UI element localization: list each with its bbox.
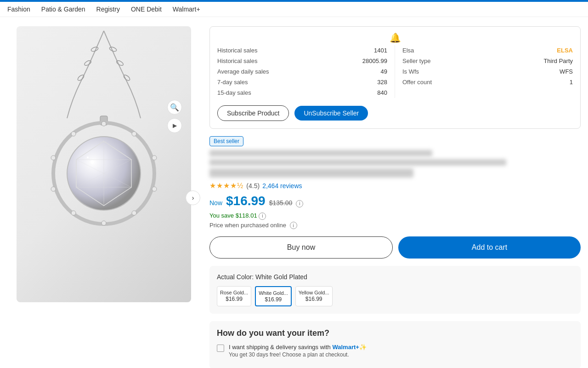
- stat-avg-value: 49: [381, 68, 387, 75]
- delivery-title: How do you want your item?: [217, 328, 573, 338]
- svg-point-26: [87, 156, 89, 158]
- delivery-subtext: You get 30 days free! Choose a plan at c…: [229, 351, 367, 358]
- price-now-label: Now: [209, 199, 222, 207]
- delivery-text: I want shipping & delivery savings with …: [229, 344, 367, 351]
- color-option-white[interactable]: White Gold... $16.99: [255, 286, 292, 306]
- svg-point-3: [109, 46, 117, 52]
- svg-point-15: [51, 187, 56, 191]
- unsubscribe-seller-button[interactable]: UnSubscribe Seller: [294, 106, 368, 121]
- pwpo-info-icon[interactable]: i: [290, 222, 297, 229]
- color-label: Actual Color: White Gold Plated: [217, 273, 573, 281]
- savings-info-icon[interactable]: i: [259, 213, 266, 220]
- stat-seller-type-value: Third Party: [543, 58, 573, 64]
- nav-bar: Fashion Patio & Garden Registry ONE Debi…: [0, 2, 588, 17]
- svg-point-13: [102, 221, 106, 225]
- savings-label: You save: [209, 212, 234, 219]
- buy-now-button[interactable]: Buy now: [209, 236, 393, 259]
- svg-point-11: [152, 187, 157, 191]
- svg-point-4: [116, 60, 124, 67]
- svg-point-2: [77, 74, 85, 81]
- stat-offer-label: Offer count: [402, 79, 432, 86]
- price-row: Now $16.99 $135.00 i: [209, 194, 581, 208]
- nav-item-fashion[interactable]: Fashion: [7, 6, 30, 13]
- stat-hist1-value: 1401: [374, 47, 387, 54]
- stat-row-15day: 15-day sales 840: [217, 87, 387, 98]
- price-info-icon[interactable]: i: [296, 200, 303, 207]
- content-area: 🔔 Historical sales 1401 Historical sales…: [209, 26, 581, 368]
- stat-hist2-label: Historical sales: [217, 58, 257, 64]
- stat-elsa-label: Elsa: [402, 47, 414, 54]
- color-rose-name: Rose Gold...: [220, 289, 248, 296]
- delivery-section: How do you want your item? I want shippi…: [209, 321, 581, 368]
- zoom-button[interactable]: 🔍: [167, 100, 182, 115]
- stat-row-avg: Average daily sales 49: [217, 66, 387, 77]
- savings-row: You save $118.01 i: [209, 212, 581, 220]
- stat-row-offer: Offer count 1: [402, 77, 573, 87]
- color-label-text: Actual Color:: [217, 273, 254, 281]
- svg-point-0: [90, 46, 99, 52]
- stat-row-hist2: Historical sales 28005.99: [217, 56, 387, 66]
- stat-row-seller-type: Seller type Third Party: [402, 56, 573, 66]
- svg-point-14: [71, 211, 76, 215]
- svg-point-5: [123, 74, 130, 81]
- svg-point-8: [102, 121, 106, 126]
- buy-buttons: Buy now Add to cart: [209, 236, 581, 259]
- stat-hist2-value: 28005.99: [362, 58, 387, 64]
- color-options: Rose Gold... $16.99 White Gold... $16.99…: [217, 286, 573, 306]
- color-white-price: $16.99: [259, 296, 288, 303]
- svg-point-25: [90, 160, 94, 164]
- stat-7day-label: 7-day sales: [217, 79, 248, 86]
- stats-card: 🔔 Historical sales 1401 Historical sales…: [209, 26, 581, 129]
- price-original: $135.00: [269, 199, 293, 207]
- stat-wfs-label: Is Wfs: [402, 68, 419, 75]
- reviews-link[interactable]: 2,464 reviews: [262, 182, 302, 190]
- star-icons: ★★★★½: [209, 181, 243, 190]
- nav-item-patio[interactable]: Patio & Garden: [41, 6, 85, 13]
- delivery-option: I want shipping & delivery savings with …: [217, 344, 573, 358]
- stat-15day-label: 15-day sales: [217, 89, 251, 96]
- stat-row-7day: 7-day sales 328: [217, 77, 387, 87]
- bell-icon: 🔔: [390, 32, 401, 43]
- color-yellow-price: $16.99: [299, 296, 329, 302]
- best-seller-badge: Best seller: [209, 136, 243, 146]
- color-yellow-name: Yellow Gold...: [299, 289, 329, 296]
- color-rose-price: $16.99: [220, 296, 248, 302]
- walmart-plus-label: Walmart+✨: [332, 344, 366, 351]
- product-image: [17, 26, 191, 302]
- stats-right: Elsa ELSA Seller type Third Party Is Wfs…: [395, 45, 573, 98]
- next-image-button[interactable]: ›: [186, 190, 200, 205]
- play-button[interactable]: ▶: [167, 118, 182, 133]
- stat-7day-value: 328: [377, 79, 387, 86]
- color-selected-text: White Gold Plated: [255, 273, 307, 281]
- svg-point-17: [71, 132, 76, 136]
- stat-avg-label: Average daily sales: [217, 68, 269, 75]
- stat-seller-type-label: Seller type: [402, 58, 430, 64]
- shipping-checkbox[interactable]: [217, 345, 224, 352]
- blurred-title-2: [209, 159, 506, 166]
- color-white-name: White Gold...: [259, 290, 288, 296]
- svg-point-16: [51, 155, 56, 160]
- svg-point-12: [132, 211, 136, 215]
- nav-item-registry[interactable]: Registry: [96, 6, 120, 13]
- add-to-cart-button[interactable]: Add to cart: [398, 236, 581, 259]
- nav-item-one-debit[interactable]: ONE Debit: [131, 6, 162, 13]
- stat-row-elsa: Elsa ELSA: [402, 45, 573, 56]
- stat-row-wfs: Is Wfs WFS: [402, 66, 573, 77]
- price-current: $16.99: [226, 194, 266, 208]
- delivery-option-text: I want shipping & delivery savings with: [229, 344, 331, 351]
- color-option-yellow[interactable]: Yellow Gold... $16.99: [295, 286, 333, 306]
- stats-grid: Historical sales 1401 Historical sales 2…: [217, 45, 573, 98]
- svg-point-1: [84, 60, 92, 67]
- blurred-title-3: [209, 168, 413, 178]
- stats-left: Historical sales 1401 Historical sales 2…: [217, 45, 395, 98]
- pwpo-label: Price when purchased online: [209, 222, 286, 229]
- stat-elsa-value: ELSA: [557, 47, 573, 54]
- svg-point-10: [152, 155, 157, 160]
- nav-item-walmart-plus[interactable]: Walmart+: [173, 6, 200, 13]
- color-option-rose[interactable]: Rose Gold... $16.99: [217, 286, 251, 306]
- stat-offer-value: 1: [570, 79, 573, 86]
- svg-point-9: [132, 132, 136, 136]
- color-section: Actual Color: White Gold Plated Rose Gol…: [209, 266, 581, 314]
- subscribe-product-button[interactable]: Subscribe Product: [217, 105, 289, 121]
- stats-actions: Subscribe Product UnSubscribe Seller: [217, 105, 573, 121]
